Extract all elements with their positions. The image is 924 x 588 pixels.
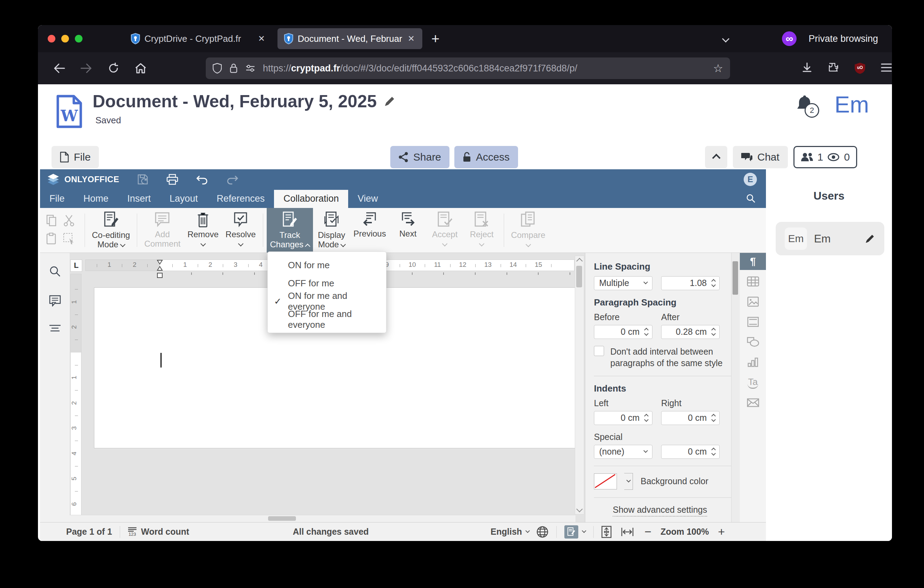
menu-item-off-for-everyone[interactable]: OFF for me and everyone bbox=[268, 311, 386, 329]
find-icon[interactable] bbox=[49, 266, 61, 279]
mail-merge-settings-tab[interactable] bbox=[740, 394, 766, 411]
browser-tab-cryptdrive[interactable]: CryptDrive - CryptPad.fr ✕ bbox=[124, 28, 272, 49]
close-tab-icon[interactable]: ✕ bbox=[406, 34, 416, 43]
select-all-icon[interactable] bbox=[63, 233, 76, 246]
show-advanced-settings-link[interactable]: Show advanced settings bbox=[594, 505, 726, 515]
special-value-spinner[interactable]: 0 cm bbox=[661, 445, 719, 459]
track-changes-status-button[interactable] bbox=[564, 525, 586, 538]
collapse-toolbar-button[interactable] bbox=[705, 146, 727, 168]
close-tab-icon[interactable]: ✕ bbox=[257, 34, 266, 43]
fit-page-button[interactable] bbox=[601, 526, 612, 538]
browser-tab-document[interactable]: Document - Wed, February 5, 2 ✕ bbox=[277, 28, 422, 49]
ublock-origin-icon[interactable]: uO bbox=[855, 62, 866, 74]
fit-width-button[interactable] bbox=[621, 527, 634, 537]
tab-collaboration[interactable]: Collaboration bbox=[274, 190, 348, 208]
remove-comment-button[interactable]: Remove bbox=[184, 208, 222, 253]
menu-item-on-for-everyone[interactable]: ✓ON for me and everyone bbox=[268, 292, 386, 311]
file-menu-button[interactable]: File bbox=[51, 146, 99, 168]
bookmark-star-icon[interactable]: ☆ bbox=[713, 62, 723, 75]
line-spacing-select[interactable]: Multiple bbox=[594, 276, 652, 290]
tab-insert[interactable]: Insert bbox=[118, 190, 160, 208]
tab-home[interactable]: Home bbox=[74, 190, 118, 208]
url-text[interactable]: https://cryptpad.fr/doc/#/3/doc/edit/ff0… bbox=[263, 63, 709, 74]
tab-view[interactable]: View bbox=[348, 190, 387, 208]
tracking-protection-shield-icon[interactable] bbox=[213, 63, 222, 74]
vertical-scrollbar[interactable] bbox=[575, 256, 584, 514]
spellcheck-globe-icon[interactable] bbox=[536, 526, 549, 538]
notifications-bell-icon[interactable]: 2 bbox=[795, 94, 813, 115]
access-button[interactable]: Access bbox=[454, 146, 518, 168]
undo-icon[interactable] bbox=[196, 174, 208, 185]
spacing-before-spinner[interactable]: 0 cm bbox=[594, 325, 652, 339]
tab-references[interactable]: References bbox=[207, 190, 274, 208]
zoom-in-button[interactable]: + bbox=[718, 525, 725, 538]
share-button[interactable]: Share bbox=[390, 146, 449, 168]
resolve-comment-button[interactable]: Resolve bbox=[222, 208, 259, 253]
rename-pencil-icon[interactable] bbox=[384, 96, 396, 107]
lock-icon[interactable] bbox=[229, 63, 238, 74]
background-color-dropdown[interactable] bbox=[624, 473, 633, 490]
paragraph-settings-tab[interactable]: ¶ bbox=[740, 253, 766, 270]
language-selector[interactable]: English bbox=[490, 527, 529, 537]
cut-icon[interactable] bbox=[63, 215, 76, 228]
header-footer-settings-tab[interactable] bbox=[740, 314, 766, 330]
chart-settings-tab[interactable] bbox=[740, 354, 766, 371]
table-settings-tab[interactable] bbox=[740, 273, 766, 290]
coediting-mode-button[interactable]: Co-editingMode bbox=[88, 208, 133, 253]
window-controls[interactable] bbox=[48, 35, 82, 43]
text-art-settings-tab[interactable]: Ta bbox=[740, 374, 766, 391]
search-icon[interactable] bbox=[746, 193, 756, 205]
previous-change-button[interactable]: Previous bbox=[350, 208, 389, 253]
address-bar[interactable]: https://cryptpad.fr/doc/#/3/doc/edit/ff0… bbox=[206, 58, 730, 79]
new-tab-button[interactable]: + bbox=[431, 31, 439, 47]
line-spacing-value-spinner[interactable]: 1.08 bbox=[661, 276, 719, 290]
permissions-icon[interactable] bbox=[246, 64, 255, 73]
zoom-window-button[interactable] bbox=[75, 35, 82, 43]
reload-button[interactable] bbox=[107, 62, 119, 74]
copy-icon[interactable] bbox=[46, 215, 59, 228]
special-select[interactable]: (none) bbox=[594, 445, 652, 459]
home-button[interactable] bbox=[135, 63, 147, 74]
back-button[interactable] bbox=[53, 63, 65, 74]
spacing-after-spinner[interactable]: 0.28 cm bbox=[661, 325, 719, 339]
tab-layout[interactable]: Layout bbox=[160, 190, 207, 208]
zoom-level[interactable]: Zoom 100% bbox=[660, 527, 709, 537]
background-color-swatch[interactable] bbox=[594, 473, 617, 489]
list-tabs-chevron-icon[interactable] bbox=[722, 35, 729, 42]
menu-hamburger-icon[interactable] bbox=[881, 63, 892, 74]
edit-name-pencil-icon[interactable] bbox=[865, 233, 875, 244]
print-icon[interactable] bbox=[167, 174, 178, 185]
tab-file[interactable]: File bbox=[40, 190, 74, 208]
indent-marker[interactable] bbox=[156, 260, 163, 279]
next-change-button[interactable]: Next bbox=[389, 208, 426, 253]
v-ruler[interactable]: 21123456 bbox=[70, 274, 81, 516]
paste-icon[interactable] bbox=[46, 233, 59, 246]
redo-icon[interactable] bbox=[226, 174, 238, 185]
indent-right-spinner[interactable]: 0 cm bbox=[661, 411, 719, 425]
zoom-out-button[interactable]: − bbox=[644, 525, 652, 538]
comments-panel-icon[interactable] bbox=[49, 295, 61, 308]
indent-left-spinner[interactable]: 0 cm bbox=[594, 411, 652, 425]
user-count-widget[interactable]: 1 0 bbox=[794, 146, 857, 168]
word-count-button[interactable]: 123 Word count bbox=[128, 527, 189, 537]
shape-settings-tab[interactable] bbox=[740, 334, 766, 351]
chat-button[interactable]: Chat bbox=[733, 146, 787, 168]
minimize-window-button[interactable] bbox=[61, 35, 69, 43]
tab-selector-box[interactable]: L bbox=[70, 259, 82, 272]
no-interval-checkbox[interactable] bbox=[594, 346, 604, 356]
close-window-button[interactable] bbox=[48, 35, 55, 43]
display-mode-button[interactable]: DisplayMode bbox=[313, 208, 350, 253]
forward-button[interactable] bbox=[81, 63, 92, 74]
account-avatar[interactable]: Em bbox=[835, 91, 869, 118]
settings-scrollbar[interactable] bbox=[731, 253, 740, 522]
image-settings-tab[interactable] bbox=[740, 293, 766, 311]
navigation-panel-icon[interactable] bbox=[49, 324, 61, 335]
track-changes-button[interactable]: TrackChanges bbox=[267, 208, 314, 253]
menu-item-on-for-me[interactable]: ON for me bbox=[268, 256, 386, 274]
user-avatar-badge[interactable]: E bbox=[744, 173, 757, 186]
page-indicator[interactable]: Page 1 of 1 bbox=[66, 527, 112, 537]
downloads-button[interactable] bbox=[802, 62, 813, 74]
horizontal-scrollbar[interactable] bbox=[69, 515, 576, 522]
save-icon[interactable] bbox=[137, 174, 148, 185]
extensions-puzzle-icon[interactable] bbox=[828, 62, 839, 74]
